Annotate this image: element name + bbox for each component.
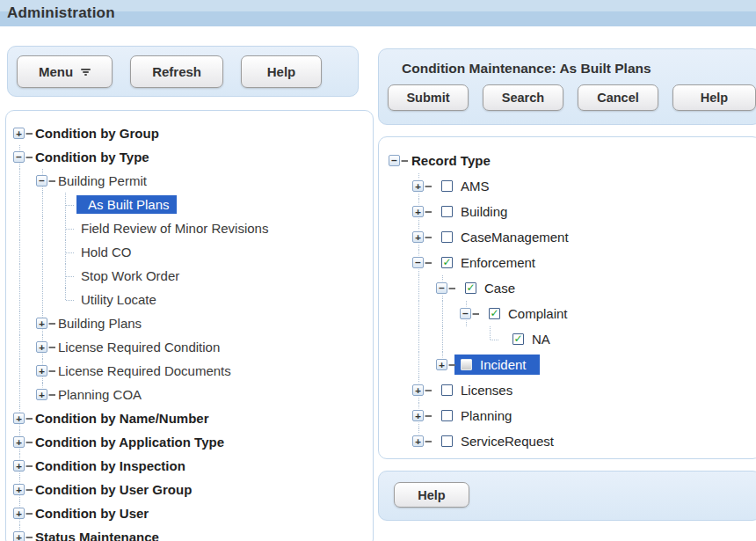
checkbox-unchecked[interactable] — [441, 180, 453, 192]
tree-item-condition-by-user-group[interactable]: +Condition by User Group — [8, 478, 373, 501]
tree-item-license-required-documents[interactable]: +License Required Documents — [8, 359, 373, 383]
expand-icon[interactable]: + — [13, 508, 25, 519]
tree-item-label[interactable]: Utility Locate — [76, 292, 156, 307]
checkbox-unchecked[interactable] — [441, 410, 453, 421]
tree-item-building-permit[interactable]: −Building Permit — [8, 169, 373, 193]
tree-item-label[interactable]: License Required Documents — [54, 363, 231, 378]
tree-item-condition-by-group[interactable]: +Condition by Group — [8, 121, 373, 145]
tree-item-licenses[interactable]: +Licenses — [383, 377, 756, 403]
tree-item-utility-locate[interactable]: Utility Locate — [8, 288, 373, 311]
tree-item-label[interactable]: Condition by User — [31, 506, 149, 521]
tree-item-condition-by-name-number[interactable]: +Condition by Name/Number — [8, 406, 373, 430]
expand-icon[interactable]: + — [13, 128, 25, 139]
expand-icon[interactable]: + — [436, 359, 447, 370]
tree-item-building[interactable]: +Building — [383, 199, 756, 224]
tree-item-label[interactable]: Stop Work Order — [76, 268, 179, 283]
tree-item-casemanagement[interactable]: +CaseManagement — [383, 224, 756, 250]
tree-item-building-plans[interactable]: +Building Plans — [8, 311, 373, 335]
tree-item-license-required-condition[interactable]: +License Required Condition — [8, 335, 373, 359]
expand-icon[interactable]: + — [13, 436, 25, 448]
help-button[interactable]: Help — [241, 55, 322, 88]
tree-item-label[interactable]: Condition by Name/Number — [31, 411, 209, 426]
tree-item-label[interactable]: Condition by Application Type — [31, 435, 224, 450]
tree-item-label[interactable]: AMS — [461, 179, 490, 194]
tree-item-label[interactable]: CaseManagement — [461, 230, 569, 245]
checkbox-checked[interactable]: ✓ — [441, 257, 453, 268]
cancel-button[interactable]: Cancel — [578, 84, 658, 111]
tree-item-label[interactable]: License Required Condition — [54, 340, 220, 355]
tree-item-case[interactable]: −✓Case — [383, 275, 756, 301]
tree-item-condition-by-application-type[interactable]: +Condition by Application Type — [8, 430, 373, 454]
expand-icon[interactable]: + — [13, 484, 25, 495]
tree-item-label[interactable]: Condition by Group — [31, 126, 159, 141]
tree-item-condition-by-user[interactable]: +Condition by User — [8, 501, 373, 525]
tree-item-condition-by-inspection[interactable]: +Condition by Inspection — [8, 454, 373, 478]
submit-button[interactable]: Submit — [388, 84, 469, 111]
tree-item-incident[interactable]: +Incident — [383, 352, 756, 377]
tree-item-label[interactable]: Building — [461, 204, 507, 219]
checkbox-unchecked[interactable] — [441, 435, 453, 447]
tree-item-label[interactable]: ServiceRequest — [461, 434, 554, 449]
tree-item-label[interactable]: Licenses — [461, 383, 512, 398]
selected-item-highlight[interactable]: As Built Plans — [76, 195, 177, 214]
tree-item-label[interactable]: Status Maintenance — [31, 530, 159, 541]
checkbox-unchecked[interactable] — [441, 231, 453, 243]
tree-item-label[interactable]: NA — [532, 332, 550, 347]
expand-icon[interactable]: + — [36, 389, 47, 400]
tree-item-label[interactable]: Incident — [480, 357, 527, 372]
tree-item-complaint[interactable]: −✓Complaint — [383, 301, 756, 326]
expand-icon[interactable]: + — [36, 341, 47, 353]
tree-item-label[interactable]: Condition by Inspection — [31, 458, 185, 473]
collapse-icon[interactable]: − — [436, 282, 447, 294]
refresh-button[interactable]: Refresh — [130, 55, 223, 88]
expand-icon[interactable]: + — [412, 410, 424, 421]
tree-item-ams[interactable]: +AMS — [383, 173, 756, 199]
tree-item-planning-coa[interactable]: +Planning COA — [8, 383, 373, 406]
tree-item-record-type[interactable]: −Record Type — [383, 148, 756, 173]
expand-icon[interactable]: + — [412, 384, 424, 396]
tree-item-stop-work-order[interactable]: Stop Work Order — [8, 264, 373, 288]
tree-item-status-maintenance[interactable]: +Status Maintenance — [8, 525, 373, 541]
tree-item-na[interactable]: ✓NA — [383, 326, 756, 352]
tree-item-label[interactable]: Condition by Type — [31, 150, 149, 164]
tree-item-label[interactable]: Hold CO — [76, 245, 132, 260]
tree-item-enforcement[interactable]: −✓Enforcement — [383, 250, 756, 275]
expand-icon[interactable]: + — [13, 460, 25, 472]
header-help-button[interactable]: Help — [672, 84, 756, 111]
tree-item-label[interactable]: Case — [484, 281, 515, 296]
checkbox-checked[interactable]: ✓ — [489, 308, 500, 319]
tree-item-label[interactable]: Planning — [461, 408, 512, 423]
expand-icon[interactable]: + — [13, 413, 25, 424]
collapse-icon[interactable]: − — [13, 151, 25, 163]
tree-item-label[interactable]: Building Permit — [54, 173, 147, 188]
tree-item-field-review-of-minor-revisions[interactable]: Field Review of Minor Revisions — [8, 216, 373, 240]
footer-help-button[interactable]: Help — [394, 482, 469, 508]
tree-item-hold-co[interactable]: Hold CO — [8, 240, 373, 264]
checkbox-unchecked[interactable] — [441, 384, 453, 396]
menu-button[interactable]: Menu — [17, 55, 113, 88]
search-button[interactable]: Search — [483, 84, 563, 111]
collapse-icon[interactable]: − — [36, 175, 47, 186]
expand-icon[interactable]: + — [412, 435, 424, 447]
collapse-icon[interactable]: − — [389, 155, 400, 166]
tree-item-condition-by-type[interactable]: −Condition by Type — [8, 145, 373, 169]
checkbox-unchecked[interactable] — [461, 359, 472, 370]
expand-icon[interactable]: + — [412, 231, 424, 243]
tree-item-label[interactable]: Building Plans — [54, 316, 142, 331]
selected-item-highlight[interactable]: Incident — [454, 355, 540, 375]
tree-item-label[interactable]: As Built Plans — [84, 197, 170, 212]
expand-icon[interactable]: + — [36, 365, 47, 377]
tree-item-label[interactable]: Planning COA — [54, 387, 142, 402]
tree-item-as-built-plans[interactable]: As Built Plans — [8, 193, 373, 216]
checkbox-checked[interactable]: ✓ — [465, 282, 476, 294]
expand-icon[interactable]: + — [36, 318, 47, 329]
expand-icon[interactable]: + — [412, 206, 424, 217]
expand-icon[interactable]: + — [13, 531, 25, 541]
tree-item-label[interactable]: Condition by User Group — [31, 482, 192, 497]
tree-item-label[interactable]: Field Review of Minor Revisions — [76, 221, 268, 236]
checkbox-checked[interactable]: ✓ — [512, 333, 524, 345]
collapse-icon[interactable]: − — [412, 257, 424, 268]
tree-item-planning[interactable]: +Planning — [383, 403, 756, 428]
expand-icon[interactable]: + — [412, 180, 424, 192]
tree-item-label[interactable]: Enforcement — [461, 255, 535, 270]
